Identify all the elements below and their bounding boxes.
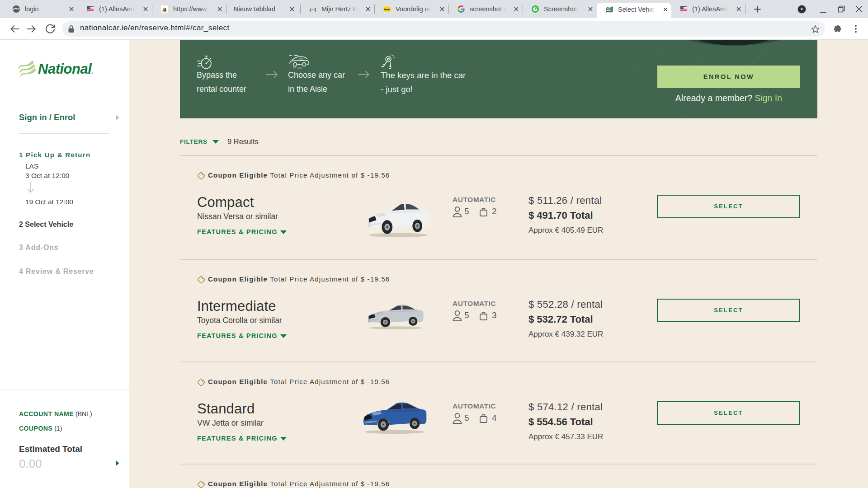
svg-text:a: a <box>163 6 166 12</box>
svg-text:Hertz: Hertz <box>384 8 390 11</box>
